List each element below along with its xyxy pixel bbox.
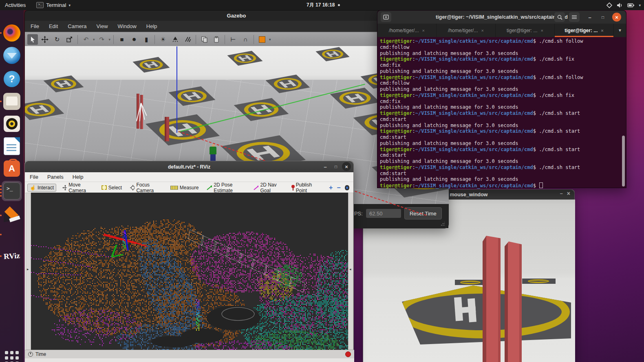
align-icon[interactable]: ⊢ xyxy=(228,34,238,45)
displays-panel-collapsed[interactable] xyxy=(26,193,31,350)
view-angle-icon[interactable] xyxy=(257,34,267,45)
tab-4-active[interactable]: tiger@tiger: ...× xyxy=(555,24,614,37)
clock-button[interactable]: 7月 17 16:18 xyxy=(307,0,340,10)
menu-panels[interactable]: Panels xyxy=(47,174,64,180)
snap-icon[interactable]: ∩ xyxy=(240,34,251,45)
tab-2[interactable]: /home/tiger/...× xyxy=(437,24,496,37)
new-tab-icon xyxy=(383,15,389,20)
dock-item-thunderbird[interactable] xyxy=(2,46,22,65)
dock-item-files[interactable] xyxy=(2,92,22,111)
dock-item-help[interactable]: ? xyxy=(2,69,22,89)
tool-focus-camera[interactable]: Focus Camera xyxy=(128,181,164,194)
helipad xyxy=(132,57,170,72)
terminal-output[interactable]: tiger@tiger:~/VISIM_single/catkin_ws/src… xyxy=(380,38,622,189)
menu-edit[interactable]: Edit xyxy=(49,23,58,29)
close-icon[interactable]: × xyxy=(342,162,351,171)
dock-item-gazebo[interactable] xyxy=(2,206,22,225)
notification-dot-icon xyxy=(338,4,340,6)
menu-button[interactable] xyxy=(569,12,580,22)
tool-move-camera[interactable]: Move Camera xyxy=(60,181,95,194)
tab-list-caret-icon[interactable]: ▼ xyxy=(614,24,626,37)
tool-select[interactable]: Select xyxy=(99,184,124,191)
rviz-titlebar[interactable]: default.rviz* - RViz – □ × xyxy=(25,161,353,172)
terminal-output-line: publishing and latching message for 3.0 … xyxy=(380,86,622,92)
undo-icon[interactable]: ↶ xyxy=(81,34,91,45)
chevron-down-icon: ▾ xyxy=(68,3,71,7)
expand-panel-icon[interactable]: ▸ xyxy=(27,267,29,271)
close-icon[interactable]: × xyxy=(567,190,570,197)
terminal-output-line: publishing and latching message for 3.0 … xyxy=(380,123,622,129)
box-icon[interactable]: ■ xyxy=(117,34,127,45)
close-icon[interactable]: × xyxy=(612,13,621,22)
close-tab-icon[interactable]: × xyxy=(541,28,543,33)
copy-icon[interactable] xyxy=(199,34,210,45)
tab-3[interactable]: tiger@tiger: ...× xyxy=(496,24,555,37)
menu-camera[interactable]: Camera xyxy=(68,23,86,29)
dock-item-rviz[interactable]: RViz xyxy=(2,246,22,266)
tool-2d-nav-goal[interactable]: 2D Nav Goal xyxy=(251,181,285,194)
terminal-prompt-line: tiger@tiger:~/VISIM_single/catkin_ws/src… xyxy=(380,147,622,153)
menu-help[interactable]: Help xyxy=(146,23,157,29)
views-panel-collapsed[interactable] xyxy=(348,193,353,350)
tool-2d-pose-estimate[interactable]: 2D Pose Estimate xyxy=(205,181,247,194)
menu-window[interactable]: Window xyxy=(118,23,137,29)
paste-icon[interactable] xyxy=(211,34,222,45)
close-tab-icon[interactable]: × xyxy=(481,28,483,33)
menu-file[interactable]: File xyxy=(30,174,38,180)
minimize-icon[interactable]: – xyxy=(321,162,330,171)
activities-button[interactable]: Activities xyxy=(5,2,26,8)
search-button[interactable] xyxy=(554,12,565,22)
rotate-icon[interactable]: ↻ xyxy=(52,34,62,45)
tool-interact[interactable]: ☝Interact xyxy=(27,184,56,192)
terminal-scrollbar[interactable] xyxy=(622,136,625,186)
sphere-icon[interactable]: ● xyxy=(129,34,139,45)
helipad xyxy=(227,51,262,66)
menu-file[interactable]: File xyxy=(31,23,39,29)
app-menu-button[interactable]: >_ Terminal ▾ xyxy=(36,2,71,8)
dock-item-rhythmbox[interactable] xyxy=(2,114,22,134)
dock-item-show-apps[interactable] xyxy=(2,348,22,362)
redo-caret-icon[interactable]: ▾ xyxy=(109,37,111,42)
dock-item-libreoffice-writer[interactable] xyxy=(2,136,22,156)
time-panel-header[interactable]: Time xyxy=(25,350,354,358)
tool-publish-point[interactable]: Publish Point xyxy=(289,181,321,194)
terminal-titlebar[interactable]: tiger@tiger: ~/VISIM_single/catkin_ws/sr… xyxy=(377,11,626,24)
dock-item-running-app[interactable] xyxy=(2,225,22,244)
pointcloud-canvas[interactable] xyxy=(31,193,348,350)
maximize-icon[interactable]: □ xyxy=(598,13,607,22)
maximize-icon[interactable]: □ xyxy=(331,162,340,171)
remove-tool-button[interactable]: − xyxy=(337,184,340,191)
close-tab-icon[interactable]: × xyxy=(422,28,424,33)
add-tool-button[interactable]: + xyxy=(329,184,333,191)
directional-light-icon[interactable] xyxy=(182,34,193,45)
tool-measure[interactable]: Measure xyxy=(168,184,201,191)
redo-icon[interactable]: ↷ xyxy=(97,34,107,45)
undo-caret-icon[interactable]: ▾ xyxy=(93,37,95,42)
dock-item-terminal[interactable]: >_ xyxy=(2,181,22,201)
scale-icon[interactable] xyxy=(64,34,75,45)
dock-item-firefox[interactable] xyxy=(2,23,22,43)
new-tab-button[interactable] xyxy=(381,12,391,22)
menu-help[interactable]: Help xyxy=(73,174,84,180)
point-light-icon[interactable]: ☀ xyxy=(158,34,168,45)
spot-light-icon[interactable] xyxy=(170,34,181,45)
minimize-icon[interactable]: – xyxy=(560,191,563,196)
tool-properties-icon[interactable] xyxy=(345,185,349,191)
dock-item-ubuntu-software[interactable]: A xyxy=(2,159,22,178)
expand-panel-icon[interactable]: ◂ xyxy=(349,267,351,271)
fps-value-field: 62.50 xyxy=(366,209,401,218)
resize-grip[interactable] xyxy=(441,222,445,226)
menu-view[interactable]: View xyxy=(97,23,108,29)
close-tab-icon[interactable]: × xyxy=(601,28,603,33)
close-panel-icon[interactable] xyxy=(345,351,351,357)
cylinder-icon[interactable]: ▮ xyxy=(141,34,152,45)
view-angle-caret-icon[interactable]: ▾ xyxy=(269,37,271,42)
select-arrow-icon[interactable] xyxy=(27,34,38,45)
tab-1[interactable]: /home/tiger/...× xyxy=(377,24,437,37)
minimize-icon[interactable]: – xyxy=(585,13,594,22)
translate-icon[interactable] xyxy=(40,34,50,45)
red-pillar xyxy=(483,236,501,362)
rviz-3d-view[interactable]: ▸ ◂ xyxy=(26,193,353,350)
system-tray[interactable]: ▾ xyxy=(607,0,641,10)
clock-icon xyxy=(28,352,33,357)
